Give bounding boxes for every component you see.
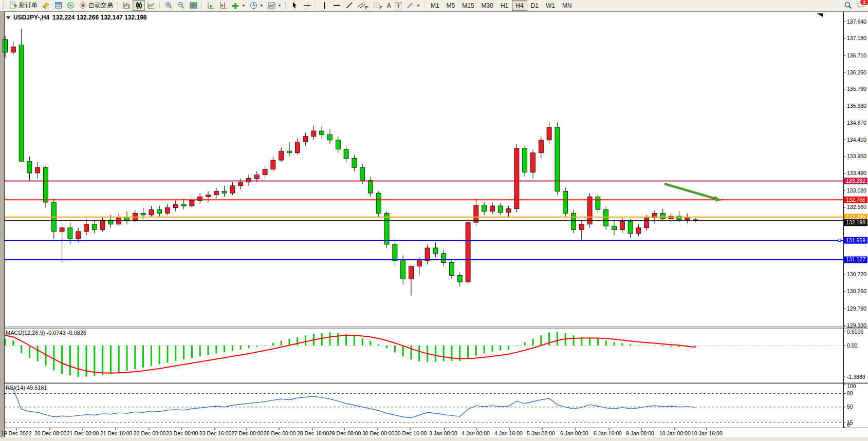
new-order-icon [9,2,17,10]
toolbar-separator [285,2,286,10]
zoom-in-icon [164,2,173,10]
svg-text:50: 50 [847,404,853,410]
autotrade-button[interactable]: 自动交易 [77,0,115,11]
zoom-in-button[interactable] [162,0,175,11]
editor-icon [42,2,50,10]
svg-text:23 Dec 00:00: 23 Dec 00:00 [166,430,198,436]
toolbar-separator [159,2,160,10]
add-indicator-button[interactable] [229,0,247,11]
chart-canvas[interactable]: 137.640137.180136.710136.250135.790135.3… [0,0,868,441]
signals-button[interactable] [64,0,77,11]
autoscroll-button[interactable] [205,0,217,11]
timeframe-H4-button[interactable]: H4 [512,0,527,11]
svg-text:0: 0 [847,421,850,428]
svg-text:130.260: 130.260 [847,288,866,294]
cursor-icon [290,2,299,10]
template-button[interactable] [265,0,283,11]
fibonacci-button[interactable]: F [370,0,385,11]
channel-sub-label: E [365,5,368,10]
svg-text:132.766: 132.766 [846,197,865,203]
svg-text:133.490: 133.490 [847,170,866,176]
svg-text:0.6106: 0.6106 [847,329,863,335]
svg-text:20 Dec 08:00: 20 Dec 08:00 [34,430,67,436]
timeframe-M15-button[interactable]: M15 [458,0,477,11]
zoom-out-button[interactable] [175,0,187,11]
svg-text:6 Jan 16:00: 6 Jan 16:00 [594,430,622,436]
notifications-button[interactable]: 1 [854,0,866,11]
line-chart-button[interactable] [145,0,157,11]
crosshair-button[interactable] [301,0,313,11]
text-tool-label: A [387,2,392,9]
dropdown-caret-icon [242,5,245,7]
svg-text:137.640: 137.640 [847,18,866,25]
svg-text:29 Dec 08:00: 29 Dec 08:00 [329,430,361,436]
horizontal-line-button[interactable] [330,0,343,11]
svg-text:129.330: 129.330 [847,322,866,329]
channel-button[interactable]: E [355,0,370,11]
line-chart-icon [147,2,155,10]
timeframe-D1-button[interactable]: D1 [527,0,542,11]
candlestick-chart-button[interactable] [133,0,145,11]
svg-text:129.790: 129.790 [847,305,866,312]
svg-text:133.950: 133.950 [847,153,866,159]
toolbar-separator [117,2,118,10]
candlestick-chart-icon [135,2,143,10]
svg-text:28 Dec 16:00: 28 Dec 16:00 [297,430,329,436]
svg-text:135.790: 135.790 [847,86,866,92]
svg-text:136.710: 136.710 [847,52,866,59]
svg-text:19 Dec 2022: 19 Dec 2022 [1,430,32,436]
svg-text:80: 80 [847,390,853,396]
charts-window-icon [54,2,62,10]
crosshair-icon [303,2,311,10]
cursor-button[interactable] [288,0,301,11]
svg-text:130.720: 130.720 [847,271,866,277]
svg-text:-1.3889: -1.3889 [847,374,865,380]
timeframe-M1-button[interactable]: M1 [427,0,443,11]
autoscroll-icon [207,2,215,10]
svg-text:3 Jan 08:00: 3 Jan 08:00 [429,430,457,436]
arrows-tool-button[interactable] [404,0,422,11]
svg-text:22 Dec 08:00: 22 Dec 08:00 [134,430,166,436]
signals-icon [66,2,75,10]
svg-text:21 Dec 16:00: 21 Dec 16:00 [100,430,133,436]
chart-shift-button[interactable] [217,0,229,11]
search-button[interactable] [842,0,854,11]
trendline-button[interactable] [343,0,355,11]
text-label-button[interactable]: T [393,0,404,11]
editor-button[interactable] [40,0,52,11]
toolbar-grip [3,2,5,9]
svg-text:27 Dec 08:00: 27 Dec 08:00 [231,430,264,436]
text-label-tool-label: T [395,2,402,9]
tile-windows-button[interactable] [187,0,199,11]
template-icon [267,2,275,10]
autotrade-label: 自动交易 [88,1,113,10]
arrows-tool-icon [406,2,414,10]
search-icon [844,2,852,10]
svg-text:10 Jan 16:00: 10 Jan 16:00 [691,430,723,436]
charts-window-button[interactable] [52,0,64,11]
timeframe-M5-button[interactable]: M5 [443,0,459,11]
timeframe-MN-button[interactable]: MN [559,0,576,11]
svg-text:21 Dec 00:00: 21 Dec 00:00 [67,430,99,436]
new-order-button[interactable]: 新订单 [7,0,40,11]
svg-text:131.127: 131.127 [846,256,865,262]
toolbar: 新订单 自动交易 [0,0,868,11]
fibonacci-sub-label: F [380,5,383,10]
svg-text:136.250: 136.250 [847,69,866,75]
equidistant-channel-icon [357,2,365,10]
chart-shift-icon [219,2,227,10]
timeframe-W1-button[interactable]: W1 [542,0,559,11]
dropdown-caret-icon [260,5,263,7]
svg-text:9 Jan 08:00: 9 Jan 08:00 [626,430,654,436]
timeframe-H1-button[interactable]: H1 [497,0,512,11]
vertical-line-icon [320,2,328,10]
toolbar-separator [315,2,316,10]
add-indicator-icon [231,2,239,10]
bar-chart-button[interactable] [120,0,133,11]
vertical-line-button[interactable] [318,0,330,11]
timeframe-M30-button[interactable]: M30 [478,0,497,11]
svg-text:135.330: 135.330 [847,103,866,109]
period-button[interactable] [247,0,265,11]
text-button[interactable]: A [385,0,394,11]
autotrade-icon [79,2,87,10]
